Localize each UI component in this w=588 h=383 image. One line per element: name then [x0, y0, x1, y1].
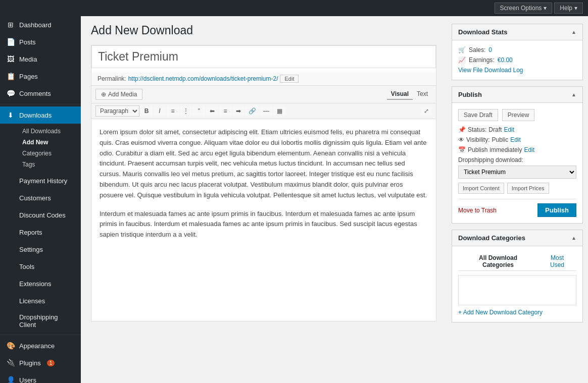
- dropship-label: Dropshipping download:: [458, 156, 576, 163]
- sidebar-sub-item-tags[interactable]: Tags: [18, 159, 81, 170]
- plugins-badge: 1: [47, 360, 55, 366]
- tools-icon: [6, 262, 15, 271]
- sidebar-item-downloads[interactable]: ⬇ Downloads: [0, 106, 81, 124]
- download-stats-header[interactable]: Download Stats ▲: [452, 24, 582, 40]
- expand-button[interactable]: ⤢: [421, 106, 432, 116]
- import-content-button[interactable]: Import Content: [458, 183, 504, 194]
- sidebar-item-customers[interactable]: Customers: [0, 189, 81, 206]
- publish-collapse-icon: ▲: [571, 92, 576, 97]
- permalink-url[interactable]: http://dsclient.netmdp.com/downloads/tic…: [128, 75, 278, 82]
- layout: ⊞ Dashboard 📄 Posts 🖼 Media 📋 Pages 💬 Co…: [0, 16, 588, 383]
- status-row: 📌 Status: Draft Edit: [458, 126, 576, 133]
- bold-button[interactable]: B: [140, 106, 153, 116]
- number-list-button[interactable]: ⋮: [180, 106, 192, 116]
- bullet-list-button[interactable]: ≡: [167, 106, 179, 116]
- add-media-icon: ⊕: [101, 91, 106, 98]
- sidebar-item-users[interactable]: 👤 Users: [0, 371, 81, 383]
- italic-button[interactable]: I: [154, 106, 166, 116]
- sidebar-item-tools[interactable]: Tools: [0, 258, 81, 275]
- most-used-tab[interactable]: Most Used: [538, 252, 576, 270]
- sidebar-sub-downloads: All Downloads Add New Categories Tags: [0, 124, 81, 172]
- download-categories-header[interactable]: Download Categories ▲: [452, 230, 582, 246]
- visibility-edit-link[interactable]: Edit: [510, 136, 521, 143]
- sidebar-item-licenses[interactable]: Licenses: [0, 292, 81, 309]
- editor-content[interactable]: Lorem ipsum dolor sit amet, consectetur …: [91, 119, 436, 321]
- top-bar: Screen Options ▾ Help ▾: [0, 0, 588, 16]
- sidebar-item-pages[interactable]: 📋 Pages: [0, 68, 81, 85]
- sales-value[interactable]: 0: [488, 46, 492, 53]
- media-icon: 🖼: [6, 54, 15, 64]
- status-edit-link[interactable]: Edit: [504, 126, 514, 133]
- sidebar-sub-item-add-new[interactable]: Add New: [18, 137, 81, 148]
- sidebar-item-reports[interactable]: Reports: [0, 224, 81, 241]
- editor-toolbar-top: ⊕ Add Media Visual Text: [91, 86, 436, 103]
- sidebar-sub-item-categories[interactable]: Categories: [18, 148, 81, 159]
- sidebar-item-payment-history[interactable]: Payment History: [0, 172, 81, 189]
- sidebar-sub-item-all-downloads[interactable]: All Downloads: [18, 126, 81, 137]
- dropship-select[interactable]: Ticket Premium: [458, 166, 576, 179]
- all-categories-tab[interactable]: All Download Categories: [458, 252, 538, 270]
- align-center-button[interactable]: ≡: [219, 106, 231, 116]
- screen-options-button[interactable]: Screen Options ▾: [495, 3, 553, 14]
- download-stats-title: Download Stats: [458, 28, 508, 36]
- extensions-icon: [6, 279, 15, 288]
- licenses-icon: [6, 296, 15, 305]
- sidebar-item-media[interactable]: 🖼 Media: [0, 50, 81, 68]
- add-media-button[interactable]: ⊕ Add Media: [95, 89, 142, 100]
- blockquote-button[interactable]: ": [193, 106, 205, 116]
- publish-footer: Move to Trash Publish: [458, 199, 576, 217]
- publish-header[interactable]: Publish ▲: [452, 87, 582, 103]
- discount-icon: [6, 210, 15, 220]
- visual-text-tabs: Visual Text: [387, 89, 432, 100]
- sidebar-divider-2: [0, 335, 81, 335]
- earnings-value[interactable]: €0.00: [498, 57, 513, 64]
- stats-collapse-icon: ▲: [571, 29, 576, 35]
- posts-icon: 📄: [6, 37, 15, 46]
- align-right-button[interactable]: ➡: [232, 106, 244, 116]
- sidebar-item-dashboard[interactable]: ⊞ Dashboard: [0, 16, 81, 33]
- publish-body: Save Draft Preview 📌 Status: Draft Edit …: [452, 103, 582, 223]
- sidebar-item-extensions[interactable]: Extensions: [0, 275, 81, 292]
- post-title-input[interactable]: [91, 45, 436, 68]
- sidebar-item-discount-codes[interactable]: Discount Codes: [0, 206, 81, 224]
- download-categories-box: Download Categories ▲ All Download Categ…: [452, 230, 583, 322]
- publish-edit-link[interactable]: Edit: [524, 146, 534, 153]
- import-buttons: Import Content Import Prices: [458, 183, 576, 194]
- publish-title: Publish: [458, 91, 482, 98]
- category-list: [458, 275, 576, 305]
- pages-icon: 📋: [6, 72, 15, 81]
- format-select[interactable]: Paragraph Heading 1 Heading 2 Heading 3: [95, 105, 139, 117]
- link-button[interactable]: 🔗: [246, 106, 259, 116]
- table-button[interactable]: ▦: [273, 106, 285, 116]
- align-left-button[interactable]: ⬅: [206, 106, 218, 116]
- add-new-category-link[interactable]: + Add New Download Category: [458, 309, 543, 316]
- permalink-row: Permalink: http://dsclient.netmdp.com/do…: [91, 72, 436, 86]
- sidebar-item-dropshipping[interactable]: Dropshipping Client: [0, 309, 81, 333]
- move-to-trash-link[interactable]: Move to Trash: [458, 207, 497, 214]
- chevron-down-icon: ▾: [574, 5, 577, 12]
- permalink-edit-button[interactable]: Edit: [280, 75, 299, 83]
- sidebar-item-comments[interactable]: 💬 Comments: [0, 85, 81, 102]
- editor-container: Permalink: http://dsclient.netmdp.com/do…: [91, 45, 436, 321]
- sidebar-item-posts[interactable]: 📄 Posts: [0, 33, 81, 50]
- text-tab[interactable]: Text: [413, 89, 432, 100]
- status-value: Draft: [488, 126, 502, 133]
- import-prices-button[interactable]: Import Prices: [507, 183, 549, 194]
- visibility-label: Visibility:: [466, 136, 489, 143]
- visual-tab[interactable]: Visual: [387, 89, 413, 100]
- save-draft-button[interactable]: Save Draft: [458, 109, 498, 121]
- download-categories-body: All Download Categories Most Used + Add …: [452, 246, 582, 322]
- sidebar-item-settings[interactable]: Settings: [0, 241, 81, 258]
- schedule-row: 📅 Publish immediately Edit: [458, 146, 576, 153]
- sidebar-item-appearance[interactable]: 🎨 Appearance: [0, 337, 81, 354]
- publish-button[interactable]: Publish: [537, 203, 576, 217]
- status-label: Status:: [468, 126, 486, 133]
- more-button[interactable]: —: [260, 106, 272, 116]
- preview-button[interactable]: Preview: [502, 109, 535, 121]
- main-content: Add New Download Permalink: http://dscli…: [81, 16, 447, 383]
- sidebar-item-plugins[interactable]: 🔌 Plugins 1: [0, 354, 81, 371]
- help-button[interactable]: Help ▾: [554, 3, 583, 14]
- category-tabs: All Download Categories Most Used: [458, 252, 576, 271]
- view-log-link[interactable]: View File Download Log: [458, 67, 576, 74]
- sidebar: ⊞ Dashboard 📄 Posts 🖼 Media 📋 Pages 💬 Co…: [0, 16, 81, 383]
